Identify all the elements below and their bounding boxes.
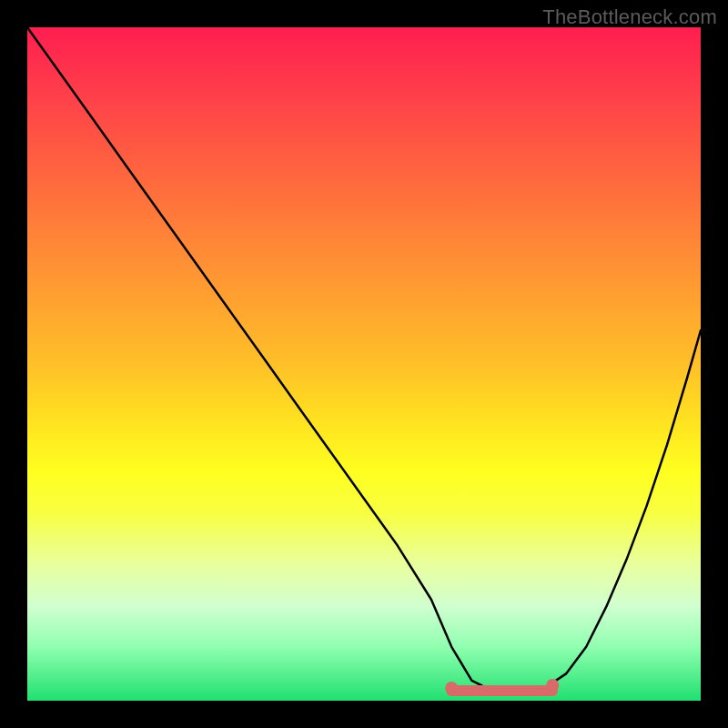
bottleneck-curve [27,27,701,694]
optimal-range-dot-left [445,682,458,694]
chart-plot-area [27,27,701,701]
chart-svg [27,27,701,701]
watermark-text: TheBottleneck.com [542,5,717,29]
chart-frame: TheBottleneck.com [0,0,728,728]
optimal-range-dot-right [546,679,559,692]
